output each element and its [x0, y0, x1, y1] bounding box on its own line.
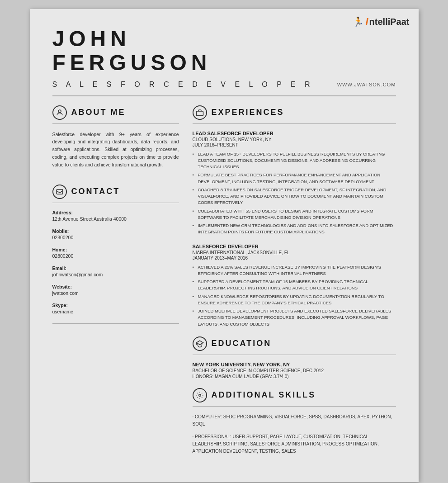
- experiences-section: EXPERIENCES LEAD SALESFORCE DEVELOPER CL…: [193, 105, 396, 327]
- svg-point-4: [198, 394, 201, 397]
- skills-section: ADDITIONAL SKILLS · COMPUTER: SFDC PROGR…: [193, 388, 396, 455]
- address-item: Address: 12th Avenue Street Australia 40…: [52, 210, 179, 222]
- person-icon: [52, 105, 67, 120]
- bullet-item: ACHIEVED A 25% SALES REVENUE INCREASE BY…: [193, 264, 396, 277]
- skills-divider: [193, 406, 396, 407]
- main-content: ABOUT ME Salesforce developer with 9+ ye…: [52, 105, 396, 464]
- address-value: 12th Avenue Street Australia 40000: [52, 216, 179, 222]
- job-2-title: SALESFORCE DEVELOPER: [193, 244, 396, 249]
- home-label: Home:: [52, 247, 179, 252]
- job-2-date: JANUARY 2013–MAY 2016: [193, 256, 396, 260]
- job-1-title: LEAD SALESFORCE DEVELOPER: [193, 131, 396, 136]
- skype-item: Skype: username: [52, 303, 179, 314]
- mobile-label: Mobile:: [52, 228, 179, 234]
- about-header: ABOUT ME: [52, 105, 179, 120]
- skill-professional: · PROFESSIONAL: USER SUPPORT, PAGE LAYOU…: [193, 433, 396, 455]
- website-value: jwatson.com: [52, 290, 179, 296]
- bullet-item: FORMULATE BEST PRACTICES FOR PERFORMANCE…: [193, 172, 396, 185]
- resume-page: 🏃IntelliPaat JOHN FERGUSON S A L E S F O…: [30, 9, 419, 482]
- email-item: Email: johnwatson@gmail.com: [52, 265, 179, 277]
- svg-point-0: [58, 110, 61, 113]
- experiences-title: EXPERIENCES: [212, 108, 284, 117]
- job-2-bullets: ACHIEVED A 25% SALES REVENUE INCREASE BY…: [193, 264, 396, 327]
- svg-rect-2: [196, 111, 203, 116]
- bullet-item: COLLABORATED WITH 55 END USERS TO DESIGN…: [193, 208, 396, 221]
- home-item: Home: 02800200: [52, 247, 179, 259]
- skype-label: Skype:: [52, 303, 179, 308]
- contact-bottom-divider: [52, 323, 179, 324]
- bullet-item: JOINED MULTIPLE DEVELOPMENT PROJECTS AND…: [193, 308, 396, 327]
- skype-value: username: [52, 309, 179, 314]
- edu-block: NEW YORK UNIVERSITY, NEW YORK, NY BACHEL…: [193, 362, 396, 379]
- about-section: ABOUT ME Salesforce developer with 9+ ye…: [52, 105, 179, 169]
- mobile-value: 02800200: [52, 235, 179, 240]
- address-label: Address:: [52, 210, 179, 215]
- about-divider: [52, 123, 179, 124]
- contact-divider: [52, 203, 179, 203]
- subtitle-row: S A L E S F O R C E D E V E L O P E R WW…: [52, 80, 396, 89]
- about-text: Salesforce developer with 9+ years of ex…: [52, 131, 179, 169]
- website-label: Website:: [52, 284, 179, 289]
- about-title: ABOUT ME: [71, 108, 126, 117]
- job-1: LEAD SALESFORCE DEVELOPER CLOUD SOLUTION…: [193, 131, 396, 236]
- header-section: JOHN FERGUSON S A L E S F O R C E D E V …: [52, 27, 396, 96]
- bullet-item: SUPPORTED A DEVELOPMENT TEAM OF 15 MEMBE…: [193, 279, 396, 292]
- bullet-item: LEAD A TEAM OF 15+ DEVELOPERS TO FULFILL…: [193, 151, 396, 170]
- experiences-header: EXPERIENCES: [193, 105, 396, 120]
- skills-title: ADDITIONAL SKILLS: [212, 390, 316, 400]
- full-name: JOHN FERGUSON: [52, 27, 396, 75]
- website-item: Website: jwatson.com: [52, 284, 179, 296]
- job-2-company: NIARFA INTERNATIONAL, JACKSONVILLE, FL: [193, 250, 396, 255]
- education-header: EDUCATION: [193, 336, 396, 351]
- contact-section: CONTACT Address: 12th Avenue Street Aust…: [52, 185, 179, 324]
- job-2: SALESFORCE DEVELOPER NIARFA INTERNATIONA…: [193, 244, 396, 327]
- job-title: S A L E S F O R C E D E V E L O P E R: [52, 80, 314, 89]
- website-url: WWW.JWATSON.COM: [337, 82, 396, 87]
- contact-icon: [52, 185, 67, 199]
- gear-icon: [193, 388, 207, 402]
- mobile-item: Mobile: 02800200: [52, 228, 179, 240]
- experiences-divider: [193, 123, 396, 124]
- edu-degree: BACHELOR OF SCIENCE IN COMPUTER SCIENCE,…: [193, 368, 396, 373]
- education-divider: [193, 355, 396, 355]
- education-title: EDUCATION: [212, 339, 272, 348]
- contact-header: CONTACT: [52, 185, 179, 199]
- skills-header: ADDITIONAL SKILLS: [193, 388, 396, 402]
- job-1-company: CLOUD SOLUTIONS, NEW YORK, NY: [193, 137, 396, 142]
- bullet-item: MANAGED KNOWLEDGE REPOSITORIES BY UPDATI…: [193, 294, 396, 307]
- bullet-item: COACHED 8 TRAINEES ON SALESFORCE TRIGGER…: [193, 187, 396, 206]
- skill-computer: · COMPUTER: SFDC PROGRAMMING, VISUALFORC…: [193, 413, 396, 428]
- home-value: 02800200: [52, 253, 179, 259]
- edu-school: NEW YORK UNIVERSITY, NEW YORK, NY: [193, 362, 396, 367]
- briefcase-icon: [193, 105, 207, 120]
- education-section: EDUCATION NEW YORK UNIVERSITY, NEW YORK,…: [193, 336, 396, 379]
- email-value: johnwatson@gmail.com: [52, 272, 179, 277]
- intellipaat-logo: 🏃IntelliPaat: [353, 16, 409, 28]
- skills-list: · COMPUTER: SFDC PROGRAMMING, VISUALFORC…: [193, 413, 396, 455]
- job-1-date: JULY 2016–PRESENT: [193, 142, 396, 147]
- email-label: Email:: [52, 265, 179, 271]
- job-1-bullets: LEAD A TEAM OF 15+ DEVELOPERS TO FULFILL…: [193, 151, 396, 236]
- left-column: ABOUT ME Salesforce developer with 9+ ye…: [52, 105, 179, 464]
- edu-honors: HONORS: MAGNA CUM LAUDE (GPA: 3.7/4.0): [193, 374, 396, 379]
- contact-title: CONTACT: [71, 187, 120, 196]
- right-column: EXPERIENCES LEAD SALESFORCE DEVELOPER CL…: [193, 105, 396, 464]
- graduation-icon: [193, 336, 207, 351]
- bullet-item: IMPLEMENTED NEW CRM TECHNOLOGIES AND ADD…: [193, 223, 396, 236]
